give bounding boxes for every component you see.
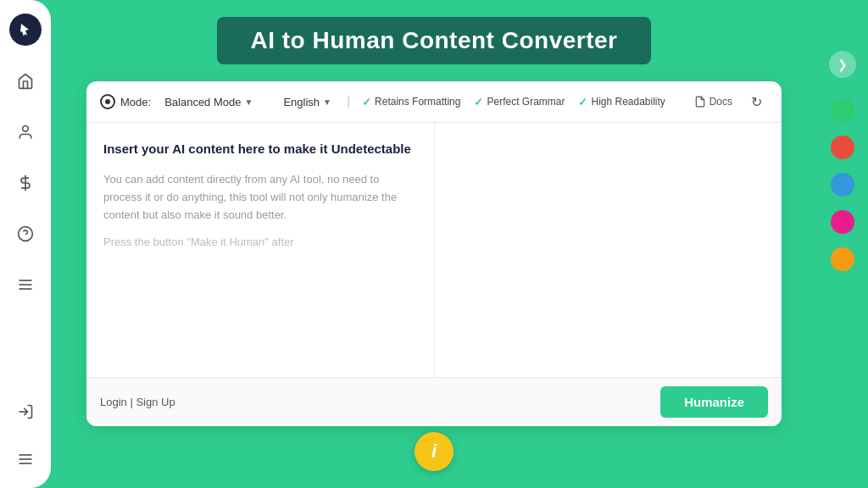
check-icon-3: ✓	[578, 96, 587, 108]
color-swatch-blue[interactable]	[831, 173, 854, 197]
tool-footer: Login | Sign Up Humanize	[86, 377, 782, 426]
sidebar-item-documents[interactable]	[10, 269, 41, 300]
refresh-button[interactable]: ↻	[744, 90, 768, 114]
editor-right-pane	[435, 123, 782, 377]
editor-left-pane[interactable]: Insert your AI content here to make it U…	[86, 123, 435, 377]
left-sidebar	[0, 0, 51, 488]
sidebar-item-home[interactable]	[10, 66, 41, 97]
svg-point-0	[23, 126, 29, 132]
sidebar-item-login[interactable]	[10, 396, 41, 427]
feature-label-2: Perfect Grammar	[487, 96, 565, 108]
feature-high-readability: ✓ High Readability	[575, 96, 668, 108]
language-chevron-icon: ▼	[323, 97, 331, 107]
expand-icon: ❯	[837, 58, 848, 71]
info-button[interactable]: i	[415, 432, 453, 471]
mode-text: Mode:	[120, 96, 151, 108]
docs-label: Docs	[709, 96, 732, 108]
check-icon-2: ✓	[474, 96, 483, 108]
humanize-button[interactable]: Humanize	[660, 386, 768, 418]
docs-button[interactable]: Docs	[689, 92, 737, 111]
toolbar-divider-2: |	[347, 94, 350, 109]
color-swatch-orange[interactable]	[831, 247, 854, 271]
sidebar-item-profile[interactable]	[10, 117, 41, 147]
feature-label-1: Retains Formatting	[375, 96, 460, 108]
sidebar-logo[interactable]	[9, 14, 42, 46]
language-value: English	[283, 96, 320, 108]
page-title: AI to Human Content Converter	[251, 27, 618, 54]
docs-icon	[694, 96, 706, 108]
sidebar-item-help[interactable]	[10, 219, 41, 249]
mode-value: Balanced Mode	[164, 96, 241, 108]
feature-retains-formatting: ✓ Retains Formatting	[359, 96, 464, 108]
language-dropdown[interactable]: English ▼	[276, 92, 338, 112]
expand-button[interactable]: ❯	[829, 51, 856, 78]
toolbar-right: Docs ↻	[689, 90, 768, 114]
sidebar-item-menu[interactable]	[10, 444, 41, 474]
check-icon-1: ✓	[362, 96, 371, 108]
login-signup-link[interactable]: Login | Sign Up	[100, 396, 175, 408]
editor-left-text1: You can add content directly from any AI…	[103, 171, 417, 224]
mode-chevron-icon: ▼	[244, 97, 253, 107]
feature-perfect-grammar: ✓ Perfect Grammar	[470, 96, 568, 108]
title-banner: AI to Human Content Converter	[217, 17, 652, 64]
feature-label-3: High Readability	[591, 96, 665, 108]
mode-label: Mode:	[100, 94, 151, 109]
refresh-icon: ↻	[751, 94, 762, 110]
mode-dropdown[interactable]: Balanced Mode ▼	[158, 92, 259, 112]
tool-card: Mode: Balanced Mode ▼ English ▼ | ✓ Reta…	[86, 81, 782, 426]
sidebar-bottom	[10, 396, 41, 474]
editor-left-title: Insert your AI content here to make it U…	[103, 140, 417, 158]
main-content: AI to Human Content Converter Mode: Bala…	[51, 0, 817, 488]
editor-left-text2: Press the button "Make it Human" after	[103, 234, 417, 252]
editor-area: Insert your AI content here to make it U…	[86, 123, 782, 377]
right-panel: ❯	[817, 0, 868, 488]
sidebar-item-billing[interactable]	[10, 168, 41, 198]
color-swatch-pink[interactable]	[831, 210, 854, 234]
color-swatch-green[interactable]	[831, 98, 854, 122]
color-swatch-red[interactable]	[831, 136, 854, 159]
mode-icon	[100, 94, 115, 109]
toolbar: Mode: Balanced Mode ▼ English ▼ | ✓ Reta…	[86, 81, 782, 123]
